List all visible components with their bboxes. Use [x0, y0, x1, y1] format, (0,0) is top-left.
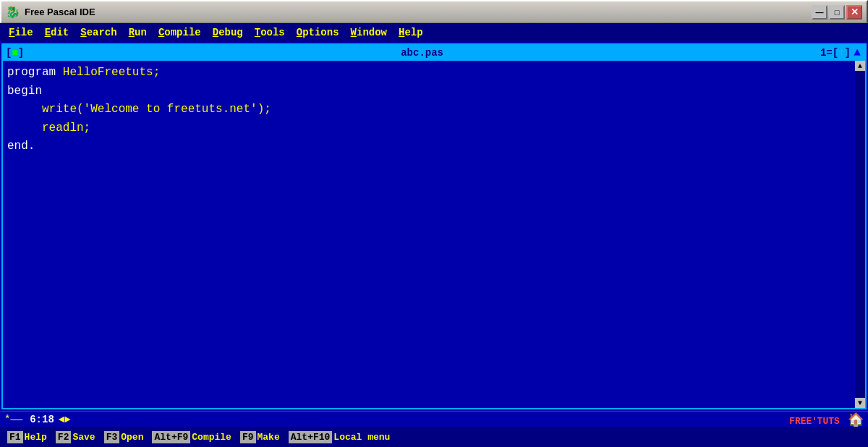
fkey-f9-name: Make [258, 432, 280, 443]
scroll-down-button[interactable]: ▼ [855, 398, 865, 408]
window-controls: — □ ✕ [812, 5, 862, 20]
fkey-f2-label[interactable]: F2 [56, 431, 72, 443]
window-title: Free Pascal IDE [25, 7, 812, 17]
menu-options[interactable]: Options [291, 25, 345, 40]
code-line-3: write('Welcome to freetuts.net'); [7, 101, 851, 119]
kw-program: program [7, 66, 63, 79]
status-cursor: *—— [4, 414, 22, 425]
fkey-make-group: F9 Make [236, 431, 284, 443]
editor-arrow: ↑ [838, 47, 844, 59]
editor-scrollup[interactable]: ▲ [852, 46, 862, 59]
fkey-altf10-name: Local menu [333, 432, 390, 443]
fkey-f1-label[interactable]: F1 [7, 431, 23, 443]
fkey-altf10-label[interactable]: Alt+F10 [289, 431, 333, 443]
fkey-localmenu-group: Alt+F10 Local menu [284, 431, 395, 443]
editor-content-row: program HelloFreetuts; begin write('Welc… [3, 61, 865, 408]
fkey-help-group: F1 Help [3, 431, 51, 443]
editor-bracket-close: ] [18, 47, 24, 59]
main-area: [■] abc.pas 1=[↑] ▲ program HelloFreetut… [0, 42, 868, 427]
editor-window: [■] abc.pas 1=[↑] ▲ program HelloFreetut… [1, 43, 867, 409]
kw-end: end. [7, 140, 35, 153]
kw-begin: begin [7, 85, 42, 98]
menu-debug[interactable]: Debug [207, 25, 249, 40]
maximize-button[interactable]: □ [829, 5, 845, 20]
menubar: File Edit Search Run Compile Debug Tools… [0, 23, 868, 42]
cursor-position: 6:18 [30, 414, 54, 425]
minimize-button[interactable]: — [812, 5, 827, 20]
fkey-altf9-name: Compile [192, 432, 231, 443]
fkey-f3-label[interactable]: F3 [104, 431, 120, 443]
fkey-f3-name: Open [121, 432, 143, 443]
menu-run[interactable]: Run [123, 25, 153, 40]
menu-file[interactable]: File [3, 25, 39, 40]
editor-line-num: 1=[ [820, 47, 838, 59]
menu-window[interactable]: Window [345, 25, 393, 40]
fkey-altf9-label[interactable]: Alt+F9 [152, 431, 190, 443]
fn-write-args: ('Welcome to freetuts.net'); [77, 103, 271, 116]
code-editor[interactable]: program HelloFreetuts; begin write('Welc… [3, 61, 855, 408]
menu-help[interactable]: Help [393, 25, 429, 40]
fkey-compile-group: Alt+F9 Compile [148, 431, 235, 443]
menu-tools[interactable]: Tools [249, 25, 291, 40]
fkey-f2-name: Save [72, 432, 95, 443]
menu-edit[interactable]: Edit [39, 25, 75, 40]
status-logo: FREE'TUTS 🏠 [789, 412, 864, 427]
fkey-save-group: F2 Save [51, 431, 100, 443]
scroll-track [855, 71, 865, 398]
status-direction-arrows: ◄► [59, 414, 71, 425]
app-icon: 🐉 [6, 5, 20, 20]
scroll-up-button[interactable]: ▲ [855, 61, 865, 71]
fn-write: write [42, 103, 77, 116]
code-line-5: end. [7, 137, 851, 156]
menu-compile[interactable]: Compile [153, 25, 207, 40]
code-line-2: begin [7, 82, 851, 101]
editor-titlebar: [■] abc.pas 1=[↑] ▲ [3, 45, 865, 61]
editor-bracket-open: [ [6, 47, 12, 59]
scrollbar-vertical[interactable]: ▲ ▼ [855, 61, 865, 408]
kw-readln: readln; [42, 122, 90, 135]
titlebar: 🐉 Free Pascal IDE — □ ✕ [0, 0, 868, 23]
editor-filename: abc.pas [24, 47, 820, 59]
editor-indicator: ■ [12, 47, 17, 59]
close-button[interactable]: ✕ [846, 5, 862, 20]
code-line-1: program HelloFreetuts; [7, 64, 851, 82]
prog-name: HelloFreetuts; [63, 66, 160, 79]
fkey-open-group: F3 Open [100, 431, 148, 443]
code-line-4: readln; [7, 119, 851, 138]
fkey-f1-name: Help [25, 432, 47, 443]
fkey-f9-label[interactable]: F9 [240, 431, 256, 443]
fkeybar: F1 Help F2 Save F3 Open Alt+F9 Compile F… [0, 427, 868, 447]
menu-search[interactable]: Search [75, 25, 122, 40]
statusbar: *—— 6:18 ◄► FREE'TUTS 🏠 [0, 411, 868, 427]
